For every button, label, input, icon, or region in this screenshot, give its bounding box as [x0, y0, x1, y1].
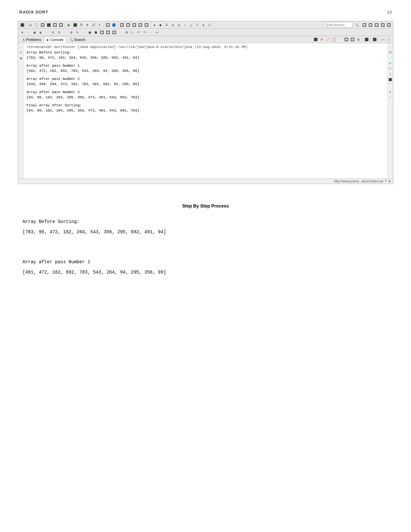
- toolbar-btn-4[interactable]: 🔲: [40, 22, 45, 28]
- toolbar-btn-20[interactable]: ●: [152, 22, 157, 28]
- toolbar-btn-r2-sep3: ·: [62, 29, 68, 35]
- page-number: 13: [387, 10, 392, 15]
- doc-heading: Step By Step Process: [23, 203, 388, 208]
- toolbar-btn-28[interactable]: ♦: [201, 22, 206, 28]
- doc-section1-array: [783, 99, 472, 182, 264, 543, 356, 295, …: [23, 228, 388, 236]
- console-btn-3[interactable]: ⬛: [364, 37, 369, 43]
- toolbar-btn-21[interactable]: ◆: [158, 22, 163, 28]
- toolbar-btn-r4[interactable]: 🔲: [380, 22, 386, 28]
- quick-access-box: 🔍: [324, 22, 360, 28]
- console-btn-4[interactable]: ⬛: [372, 37, 377, 43]
- toolbar-btn-r2-2[interactable]: ◉: [32, 29, 37, 35]
- toolbar-btn-r2-12[interactable]: 🔲: [111, 29, 117, 35]
- toolbar-btn-23[interactable]: a: [170, 22, 176, 28]
- console-layout-btn[interactable]: ⊟: [356, 37, 361, 43]
- toolbar-sep-2: [65, 22, 65, 27]
- problems-icon: ⚠: [22, 38, 25, 42]
- eclipse-ide-screenshot: ⬛ 🗂 📋 🔲 ⬛ 🔲 🔲 ▶ ⬛ N ✗ 🔗 ≡ 🔲 🔵 🔲 🔲 🔲 🔲 🔲 …: [18, 21, 393, 184]
- console-btn-2[interactable]: 🔲: [349, 37, 355, 43]
- console-line-5: [543, 356, 264, 472, 182, 783, 491, 692,…: [26, 82, 385, 87]
- console-minimize-btn[interactable]: —: [380, 37, 386, 43]
- console-paste-btn[interactable]: 📄: [337, 37, 343, 43]
- toolbar-btn-r2-11[interactable]: 🔲: [105, 29, 111, 35]
- toolbar-sep-4: [118, 22, 118, 27]
- toolbar-btn-r1[interactable]: 🔲: [361, 22, 367, 28]
- toolbar-btn-r2-9[interactable]: ⬟: [93, 29, 99, 35]
- toolbar-btn-13[interactable]: 🔲: [105, 22, 111, 28]
- toolbar-btn-11[interactable]: 🔗: [91, 22, 96, 28]
- quick-access-input[interactable]: [324, 22, 353, 28]
- toolbar-btn-14[interactable]: 🔵: [111, 22, 117, 28]
- console-maximize-btn[interactable]: □: [386, 37, 392, 43]
- toolbar-btn-12[interactable]: ≡: [97, 22, 103, 28]
- toolbar-btn-10[interactable]: ✗: [84, 22, 90, 28]
- page-title: RADIX SORT: [19, 10, 48, 15]
- tab-search[interactable]: 🔍 Search: [66, 36, 88, 43]
- status-icon-settings[interactable]: ⚙: [388, 179, 391, 183]
- toolbar-btn-24[interactable]: ◎: [176, 22, 182, 28]
- toolbar-btn-r2-15[interactable]: ↶: [136, 29, 142, 35]
- gutter-icon-2: D: [19, 50, 23, 55]
- toolbar-btn-r2-10[interactable]: 🔲: [99, 29, 105, 35]
- toolbar-btn-r2-4[interactable]: ⟳: [50, 29, 56, 35]
- toolbar-btn-r2-1[interactable]: ✦: [19, 29, 25, 35]
- toolbar-btn-22[interactable]: A: [164, 22, 170, 28]
- console-remove-btn[interactable]: ✕: [319, 37, 325, 43]
- toolbar-btn-5[interactable]: ⬛: [46, 22, 52, 28]
- toolbar-btn-r2-7[interactable]: ✎: [74, 29, 80, 35]
- toolbar-btn-3[interactable]: 📋: [34, 22, 39, 28]
- status-icon-t: T: [385, 179, 387, 183]
- toolbar-btn-9[interactable]: N: [78, 22, 84, 28]
- right-gutter-icon-9: □: [388, 95, 393, 100]
- toolbar-btn-r3[interactable]: 🔲: [374, 22, 379, 28]
- toolbar-btn-27[interactable]: ▽: [194, 22, 200, 28]
- toolbar-sep-1: [26, 22, 26, 27]
- console-btn-1[interactable]: 🔲: [343, 37, 349, 43]
- toolbar-btn-r2-8[interactable]: ▣: [87, 29, 93, 35]
- console-area: … D ⬢ <terminated> SortTester [Java Appl…: [18, 43, 393, 179]
- toolbar-btn-r2-6[interactable]: ⊕: [68, 29, 74, 35]
- toolbar-btn-15[interactable]: 🔲: [119, 22, 125, 28]
- toolbar-btn-r2-5[interactable]: ⟲: [56, 29, 62, 35]
- toolbar-btn-r2-14[interactable]: ▷: [130, 29, 135, 35]
- toolbar-btn-19[interactable]: 🔲: [143, 22, 149, 28]
- toolbar-btn-r2-17[interactable]: ↩: [154, 29, 160, 35]
- toolbar-btn-18[interactable]: 🔲: [137, 22, 143, 28]
- toolbar-btn-r2-16[interactable]: ↷: [142, 29, 148, 35]
- tab-search-label: Search: [74, 38, 85, 42]
- console-line-0: Array Before Sorting:: [26, 50, 385, 55]
- doc-section1-label: Array Before Sorting:: [23, 218, 388, 225]
- console-clear-btn[interactable]: 🧹: [325, 37, 331, 43]
- toolbar-btn-7[interactable]: 🔲: [58, 22, 64, 28]
- page-header: RADIX SORT 13: [0, 0, 411, 18]
- console-sep-2: [370, 37, 371, 42]
- toolbar-icon-group-right: 🔲 🔲 🔲 🔲 🔲: [361, 22, 392, 28]
- right-gutter-icon-3: 📄: [388, 55, 393, 60]
- right-gutter-icon-8: a: [388, 90, 393, 94]
- toolbar-btn-6[interactable]: 🔲: [52, 22, 58, 28]
- toolbar-btn-r2-3[interactable]: ◈: [38, 29, 44, 35]
- console-blank-3: [26, 87, 385, 90]
- gutter-icon-1: …: [19, 44, 23, 49]
- console-terminate-btn[interactable]: ⬛: [313, 37, 318, 43]
- toolbar-btn-26[interactable]: △: [188, 22, 194, 28]
- status-text: http://www.prama...ates/content.jar: [334, 179, 384, 183]
- toolbar-btn-r2-sep5: ·: [117, 29, 123, 35]
- toolbar-btn-1[interactable]: ⬛: [19, 22, 25, 28]
- toolbar-btn-r5[interactable]: 🔲: [386, 22, 392, 28]
- toolbar-btn-25[interactable]: ○: [182, 22, 188, 28]
- toolbar-btn-8[interactable]: ⬛: [72, 22, 78, 28]
- toolbar-btn-r2[interactable]: 🔲: [367, 22, 373, 28]
- toolbar-btn-17[interactable]: 🔲: [131, 22, 137, 28]
- console-line-1: [783, 99, 472, 182, 264, 543, 356, 295, …: [26, 55, 385, 61]
- toolbar-btn-run[interactable]: ▶: [66, 22, 72, 28]
- tab-console[interactable]: ▶ Console: [44, 36, 66, 43]
- console-blank-4: [26, 100, 385, 103]
- toolbar-btn-16[interactable]: 🔲: [125, 22, 131, 28]
- quick-access-icon[interactable]: 🔍: [354, 22, 360, 28]
- console-copy-btn[interactable]: 📋: [331, 37, 337, 43]
- toolbar-btn-29[interactable]: ⬡: [207, 22, 212, 28]
- toolbar-btn-2[interactable]: 🗂: [27, 22, 33, 28]
- toolbar-btn-r2-13[interactable]: ⚙: [123, 29, 129, 35]
- tab-problems[interactable]: ⚠ Problems: [19, 36, 44, 43]
